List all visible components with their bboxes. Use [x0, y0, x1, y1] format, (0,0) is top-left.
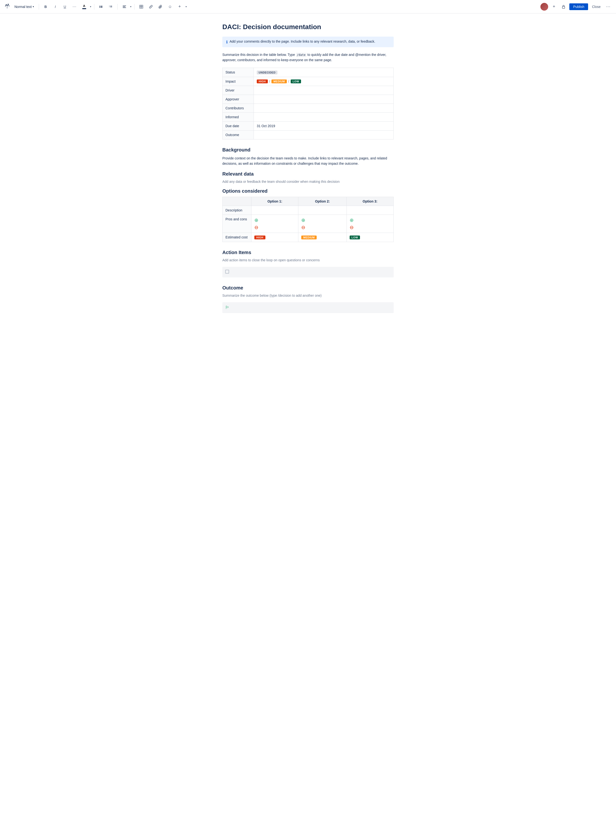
page-title[interactable]: DACI: Decision documentation	[222, 23, 394, 31]
numbered-list-button[interactable]: 1.2.	[107, 3, 114, 10]
chevron-down-icon: ▾	[90, 5, 91, 8]
description-label: Description	[223, 206, 251, 215]
table-row: Pros and cons ⊕ ⊖ ⊕ ⊖ ⊕ ⊖	[223, 215, 394, 232]
svg-rect-9	[110, 6, 112, 6]
pros-cons-opt2[interactable]: ⊕ ⊖	[298, 215, 346, 232]
info-banner-text: Add your comments directly to the page. …	[230, 40, 375, 43]
impact-value-cell[interactable]: HIGH / MEDIUM / LOW	[254, 77, 394, 86]
decision-icon: 🏳	[225, 305, 230, 310]
pros-cons-opt3[interactable]: ⊕ ⊖	[346, 215, 393, 232]
toolbar-divider-1	[39, 4, 39, 10]
text-style-dropdown[interactable]: Normal text ▾	[13, 4, 36, 10]
toolbar-divider-3	[117, 4, 118, 10]
table-row: Informed	[223, 112, 394, 121]
outcome-value-cell[interactable]	[254, 130, 394, 139]
date-command: /date	[296, 53, 307, 57]
insert-button[interactable]: +	[176, 3, 183, 10]
action-items-subtitle: Add action items to close the loop on op…	[222, 258, 394, 262]
action-item-checkbox[interactable]	[225, 270, 229, 274]
relevant-data-title: Relevant data	[222, 171, 394, 177]
svg-rect-15	[139, 5, 143, 9]
informed-value-cell[interactable]	[254, 112, 394, 121]
text-color-icon: A	[83, 4, 85, 8]
table-row: Approver	[223, 95, 394, 104]
color-picker-button[interactable]: A	[81, 3, 88, 10]
cost-low-badge: LOW	[350, 235, 360, 239]
description-opt2[interactable]	[298, 206, 346, 215]
svg-rect-7	[100, 7, 103, 8]
svg-rect-14	[123, 7, 126, 8]
approver-value-cell[interactable]	[254, 95, 394, 104]
informed-label: Informed	[223, 112, 254, 121]
options-col-1: Option 1:	[251, 197, 298, 206]
chevron-down-icon: ▾	[33, 5, 34, 8]
status-value-cell[interactable]: UNDECIDED	[254, 68, 394, 77]
contributors-value-cell[interactable]	[254, 104, 394, 112]
impact-label: Impact	[223, 77, 254, 86]
outcome-section-title: Outcome	[222, 285, 394, 291]
attachment-button[interactable]	[157, 3, 164, 10]
impact-medium-badge: MEDIUM	[271, 79, 287, 83]
action-items-title: Action Items	[222, 250, 394, 255]
table-row: Contributors	[223, 104, 394, 112]
description-opt3[interactable]	[346, 206, 393, 215]
chevron-down-icon: ▾	[130, 5, 131, 8]
driver-value-cell[interactable]	[254, 86, 394, 95]
info-banner: ℹ Add your comments directly to the page…	[222, 37, 394, 47]
cost-opt3[interactable]: LOW	[346, 232, 393, 242]
pros-icon: ⊕	[254, 217, 295, 223]
bullet-list-button[interactable]	[97, 3, 105, 10]
status-badge: UNDECIDED	[257, 71, 277, 74]
options-col-2: Option 2:	[298, 197, 346, 206]
cons-icon: ⊖	[254, 224, 295, 230]
more-formatting-button[interactable]: ···	[71, 3, 78, 10]
due-date-value[interactable]: 31 Oct 2019	[254, 121, 394, 130]
svg-rect-5	[100, 6, 103, 7]
description-opt1[interactable]	[251, 206, 298, 215]
outcome-box[interactable]: 🏳	[222, 302, 394, 313]
impact-low-badge: LOW	[291, 79, 301, 83]
background-text[interactable]: Provide context on the decision the team…	[222, 156, 394, 166]
cost-opt1[interactable]: HIGH	[251, 232, 298, 242]
bold-button[interactable]: B	[42, 3, 50, 10]
options-col-blank	[223, 197, 251, 206]
svg-point-2	[99, 6, 100, 6]
action-items-box[interactable]	[222, 267, 394, 277]
lock-button[interactable]	[560, 3, 568, 10]
svg-rect-20	[562, 6, 565, 9]
cost-high-badge: HIGH	[254, 235, 265, 239]
toolbar-divider-2	[94, 4, 94, 10]
info-icon: ℹ	[226, 40, 227, 44]
add-collaborator-button[interactable]: +	[550, 3, 558, 10]
status-label: Status	[223, 68, 254, 77]
pros-cons-opt1[interactable]: ⊕ ⊖	[251, 215, 298, 232]
approver-label: Approver	[223, 95, 254, 104]
cost-opt2[interactable]: MEDIUM	[298, 232, 346, 242]
impact-row: HIGH / MEDIUM / LOW	[257, 79, 390, 83]
underline-button[interactable]: U	[61, 3, 69, 10]
options-header-row: Option 1: Option 2: Option 3:	[223, 197, 394, 206]
table-row: Due date 31 Oct 2019	[223, 121, 394, 130]
chevron-down-icon: ▾	[186, 5, 187, 8]
toolbar: Normal text ▾ B I U ··· A ▾ 1.2. ▾ ☺	[0, 0, 616, 13]
publish-button[interactable]: Publish	[569, 3, 588, 10]
daci-table: Status UNDECIDED Impact HIGH / MEDIUM / …	[222, 68, 394, 140]
svg-point-4	[99, 6, 100, 7]
align-button[interactable]	[120, 3, 128, 10]
pros-icon: ⊕	[301, 217, 343, 223]
pros-cons-container: ⊕ ⊖	[350, 217, 390, 230]
close-button[interactable]: Close	[590, 3, 603, 10]
outcome-section-subtitle: Summarize the outcome below (type /decis…	[222, 294, 394, 297]
more-options-button[interactable]: ···	[604, 3, 612, 10]
impact-high-badge: HIGH	[257, 79, 268, 83]
estimated-cost-label: Estimated cost	[223, 232, 251, 242]
svg-rect-11	[110, 7, 112, 7]
impact-separator-1: /	[269, 79, 270, 83]
emoji-button[interactable]: ☺	[166, 3, 174, 10]
italic-button[interactable]: I	[51, 3, 59, 10]
toolbar-right: + Publish Close ···	[540, 3, 612, 10]
table-button[interactable]	[137, 3, 145, 10]
svg-rect-13	[123, 6, 125, 7]
link-button[interactable]	[147, 3, 155, 10]
cons-icon: ⊖	[301, 224, 343, 230]
